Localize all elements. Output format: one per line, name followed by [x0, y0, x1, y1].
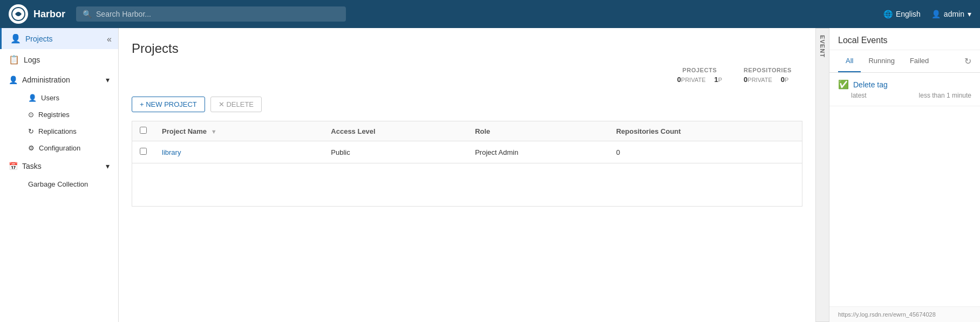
event-time: less than 1 minute [919, 92, 971, 99]
sidebar-item-projects-label: Projects [25, 35, 53, 43]
stats-row: PROJECTS 0PRIVATE 1P REPOSITORIES 0PRIVA… [132, 67, 802, 84]
col-repos-count: Repositories Count [609, 121, 802, 141]
registries-icon: ⊙ [28, 111, 34, 119]
repos-count-cell: 0 [609, 141, 802, 163]
tab-failed[interactable]: Failed [902, 50, 936, 72]
table-header-row: Project Name ▼ Access Level Role Reposit… [132, 121, 802, 141]
sidebar-item-garbage-collection-label: Garbage Collection [28, 180, 88, 188]
main-content: Projects PROJECTS 0PRIVATE 1P REPOSITORI… [119, 28, 815, 322]
tasks-label: Tasks [22, 162, 42, 170]
projects-icon: 👤 [10, 33, 21, 44]
sidebar-section-tasks[interactable]: 📅 Tasks ▾ [0, 156, 118, 176]
new-project-button[interactable]: + NEW PROJECT [132, 97, 205, 112]
sidebar-section-administration[interactable]: 👤 Administration ▾ [0, 70, 118, 90]
user-icon: 👤 [931, 10, 941, 18]
repositories-public-count: 0P [781, 76, 789, 84]
replications-icon: ↻ [28, 127, 34, 135]
users-icon: 👤 [28, 94, 37, 102]
main-layout: « 👤 Projects 📋 Logs 👤 Administration ▾ 👤… [0, 28, 980, 322]
logo-area[interactable]: Harbor [9, 4, 65, 24]
projects-table: Project Name ▼ Access Level Role Reposit… [132, 121, 802, 207]
events-footer-url: https://y.log.rsdn.ren/ewrn_45674028 [829, 306, 980, 322]
sidebar-item-logs-label: Logs [24, 56, 40, 64]
app-name: Harbor [33, 9, 65, 20]
username-label: admin [944, 10, 964, 18]
event-subtitle: latest [851, 92, 867, 99]
svg-point-2 [17, 12, 20, 16]
tab-all[interactable]: All [838, 50, 861, 72]
sidebar-item-configuration[interactable]: ⚙ Configuration [19, 140, 118, 156]
projects-public-count: 1P [714, 76, 723, 84]
search-box[interactable]: 🔍 [76, 6, 346, 22]
event-list-item: ✅ Delete tag latest less than 1 minute [829, 73, 980, 106]
events-tabs: All Running Failed [838, 50, 936, 72]
administration-submenu: 👤 Users ⊙ Registries ↻ Replications ⚙ Co… [0, 90, 118, 156]
events-refresh-button[interactable]: ↻ [964, 56, 971, 66]
events-panel: Local Events All Running Failed ↻ ✅ Dele… [829, 28, 980, 322]
administration-chevron-icon: ▾ [106, 76, 110, 84]
col-project-name: Project Name ▼ [154, 121, 323, 141]
logo-icon [9, 4, 28, 24]
sidebar-item-logs[interactable]: 📋 Logs [0, 49, 118, 70]
select-all-checkbox[interactable] [140, 127, 147, 134]
chevron-down-icon: ▾ [968, 10, 971, 18]
repositories-stat-label: REPOSITORIES [744, 67, 792, 73]
role-cell: Project Admin [467, 141, 609, 163]
delete-button[interactable]: ✕ DELETE [210, 97, 262, 112]
col-role: Role [467, 121, 609, 141]
table-row: library Public Project Admin 0 [132, 141, 802, 163]
sidebar-item-replications[interactable]: ↻ Replications [19, 123, 118, 140]
administration-icon: 👤 [9, 76, 18, 84]
project-name-cell: library [154, 141, 323, 163]
configuration-icon: ⚙ [28, 144, 35, 152]
col-access-level: Access Level [323, 121, 467, 141]
sidebar-item-users[interactable]: 👤 Users [19, 90, 118, 106]
events-side-panel-wrapper: EVENT Local Events All Running Failed ↻ … [815, 28, 980, 322]
sidebar: « 👤 Projects 📋 Logs 👤 Administration ▾ 👤… [0, 28, 119, 322]
sidebar-item-configuration-label: Configuration [39, 144, 80, 152]
events-tab-bar: All Running Failed ↻ [829, 50, 980, 73]
filter-icon[interactable]: ▼ [211, 128, 217, 135]
projects-private-count: 0PRIVATE [677, 76, 706, 84]
events-panel-title: Local Events [829, 28, 980, 50]
language-label: English [896, 10, 921, 18]
tasks-icon: 📅 [9, 162, 18, 170]
globe-icon: 🌐 [883, 10, 893, 18]
event-vertical-tab[interactable]: EVENT [815, 28, 829, 322]
row-checkbox[interactable] [140, 148, 147, 155]
event-title[interactable]: Delete tag [853, 80, 888, 89]
page-title: Projects [132, 41, 802, 56]
sidebar-item-users-label: Users [41, 94, 59, 102]
access-level-cell: Public [323, 141, 467, 163]
sidebar-item-garbage-collection[interactable]: Garbage Collection [19, 176, 118, 193]
sidebar-item-projects[interactable]: 👤 Projects [0, 28, 118, 49]
event-success-icon: ✅ [838, 79, 849, 90]
language-button[interactable]: 🌐 English [883, 10, 921, 18]
repositories-stat: REPOSITORIES 0PRIVATE 0P [744, 67, 792, 84]
action-bar: + NEW PROJECT ✕ DELETE [132, 97, 802, 112]
row-checkbox-cell[interactable] [132, 141, 155, 163]
select-all-header[interactable] [132, 121, 155, 141]
search-input[interactable] [96, 10, 339, 18]
user-menu-button[interactable]: 👤 admin ▾ [931, 10, 971, 18]
projects-stat-label: PROJECTS [677, 67, 722, 73]
search-icon: 🔍 [83, 10, 92, 18]
nav-right: 🌐 English 👤 admin ▾ [883, 10, 971, 18]
project-name-link[interactable]: library [162, 148, 181, 156]
tasks-chevron-icon: ▾ [106, 162, 110, 170]
sidebar-item-replications-label: Replications [38, 127, 77, 135]
tab-running[interactable]: Running [861, 50, 902, 72]
sidebar-item-registries-label: Registries [38, 111, 70, 119]
top-nav: Harbor 🔍 🌐 English 👤 admin ▾ [0, 0, 980, 28]
administration-label: Administration [22, 76, 70, 84]
projects-stat: PROJECTS 0PRIVATE 1P [677, 67, 722, 84]
tasks-submenu: Garbage Collection [0, 176, 118, 193]
logs-icon: 📋 [9, 54, 19, 65]
sidebar-item-registries[interactable]: ⊙ Registries [19, 106, 118, 123]
repositories-private-count: 0PRIVATE [744, 76, 772, 84]
table-empty-row [132, 163, 802, 207]
sidebar-collapse-button[interactable]: « [107, 35, 112, 44]
